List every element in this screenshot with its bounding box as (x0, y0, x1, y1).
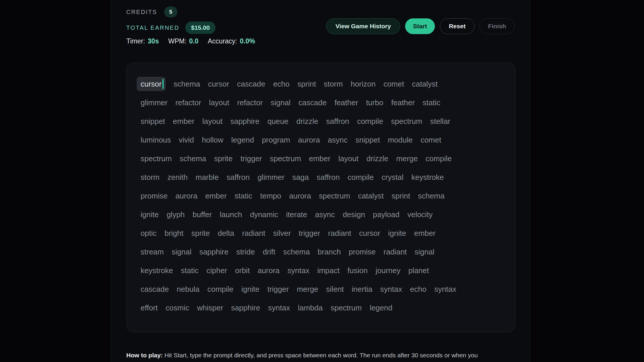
word: saga (292, 173, 309, 182)
word: effort (141, 303, 158, 312)
word: ember (173, 117, 195, 126)
word: nebula (177, 285, 200, 294)
how-to-play-text: Hit Start, type the prompt directly, and… (164, 352, 478, 359)
word: schema (174, 80, 200, 89)
word: signal (415, 247, 435, 256)
text-caret (162, 79, 164, 89)
word: schema (180, 154, 206, 163)
word: stride (236, 247, 255, 256)
word: stream (141, 247, 164, 256)
word: glimmer (258, 173, 284, 182)
word: cascade (237, 80, 265, 89)
word: sapphire (230, 117, 260, 126)
word: spectrum (319, 191, 350, 201)
word: drizzle (366, 154, 388, 163)
word: ignite (242, 285, 260, 294)
word: aurora (175, 191, 197, 201)
word: signal (271, 98, 290, 107)
accuracy-value: 0.0% (240, 37, 255, 45)
word: cursor (208, 80, 229, 89)
word: compile (426, 154, 452, 163)
word: cosmic (166, 303, 189, 312)
word: layout (209, 98, 229, 107)
start-button[interactable]: Start (405, 18, 435, 34)
wpm-label: WPM: (168, 37, 187, 45)
word: radiant (242, 229, 265, 238)
word: hollow (202, 136, 223, 145)
word: vivid (179, 136, 194, 145)
total-earned-badge: $15.00 (185, 22, 216, 34)
word: compile (357, 117, 383, 126)
accuracy-metric: Accuracy: 0.0% (208, 37, 255, 45)
word: sapphire (199, 247, 228, 256)
word-row: cascadenebulacompileignitetriggermergesi… (141, 280, 505, 298)
word: saffron (227, 173, 250, 182)
word: payload (373, 210, 400, 219)
word: branch (318, 247, 341, 256)
word: saffron (317, 173, 340, 182)
word: storm (141, 173, 160, 182)
word: catalyst (358, 191, 384, 201)
how-to-play-line2: finish the words. (126, 360, 508, 362)
word: echo (410, 285, 426, 294)
how-to-play-label: How to play: (126, 352, 164, 359)
credits-label: CREDITS (126, 9, 157, 15)
word-row: opticbrightspritedeltaradiantsilvertrigg… (141, 224, 505, 242)
word-row: spectrumschemaspritetriggerspectrumember… (141, 149, 505, 168)
word: sprint (392, 191, 410, 201)
timer-label: Timer: (126, 37, 145, 45)
word-row: snippetemberlayoutsapphirequeuedrizzlesa… (141, 112, 505, 131)
word: catalyst (412, 80, 438, 89)
word: cursor (359, 229, 380, 238)
word: module (388, 136, 413, 145)
word: static (235, 191, 252, 201)
reset-button[interactable]: Reset (440, 18, 475, 34)
word: orbit (235, 266, 250, 275)
word: turbo (366, 98, 383, 107)
word: inertia (352, 285, 372, 294)
timer-metric: Timer: 30s (126, 37, 159, 45)
view-game-history-button[interactable]: View Game History (326, 18, 400, 34)
word: ignite (388, 229, 406, 238)
word: async (315, 210, 335, 219)
word: crystal (382, 173, 403, 182)
word: launch (220, 210, 242, 219)
finish-button[interactable]: Finish (480, 18, 514, 34)
word: sprite (214, 154, 233, 163)
wpm-metric: WPM: 0.0 (168, 37, 199, 45)
wpm-value: 0.0 (189, 37, 198, 45)
credits-row: CREDITS 5 (126, 6, 177, 17)
word: ignite (141, 210, 159, 219)
word: feather (335, 98, 358, 107)
word: ember (414, 229, 436, 238)
word: aurora (289, 191, 311, 201)
word: fusion (347, 266, 368, 275)
how-to-play-line1: How to play: Hit Start, type the prompt … (126, 351, 508, 360)
word: luminous (141, 136, 171, 145)
active-word: cursor (137, 77, 166, 91)
metrics-row: Timer: 30s WPM: 0.0 Accuracy: 0.0% (126, 37, 255, 45)
word: queue (267, 117, 288, 126)
word: static (181, 266, 199, 275)
word: legend (231, 136, 254, 145)
word: compile (207, 285, 234, 294)
credits-badge: 5 (164, 6, 177, 17)
word: buffer (192, 210, 212, 219)
word: compile (348, 173, 374, 182)
word: marble (195, 173, 218, 182)
word: cipher (206, 266, 227, 275)
word: layout (338, 154, 358, 163)
word: trigger (241, 154, 262, 163)
word-row: glimmerrefactorlayoutrefactorsignalcasca… (141, 93, 505, 112)
word: drizzle (296, 117, 318, 126)
word: spectrum (141, 154, 172, 163)
word: signal (172, 247, 191, 256)
word-grid[interactable]: cursorschemacursorcascadeechosprintstorm… (126, 63, 515, 332)
word: promise (141, 191, 167, 201)
word: ember (205, 191, 227, 201)
word: radiant (328, 229, 351, 238)
word: optic (141, 229, 157, 238)
word: schema (283, 247, 310, 256)
word: glimmer (141, 98, 167, 107)
word: spectrum (330, 303, 362, 312)
